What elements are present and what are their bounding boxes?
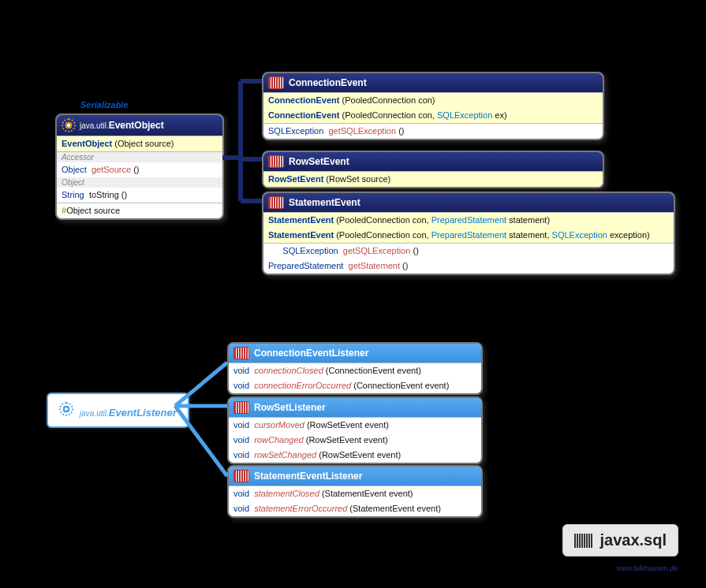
package-badge: javax.sql	[562, 524, 678, 556]
object-group: Object	[57, 177, 222, 188]
ctor1: RowSetEvent (RowSet source)	[263, 171, 603, 187]
class-name: ConnectionEvent	[289, 77, 367, 88]
barcode-icon	[233, 470, 249, 482]
method-tostring: String toString ()	[57, 188, 222, 203]
barcode-icon	[268, 155, 284, 168]
class-statementeventlistener: StatementEventListener void statementClo…	[227, 465, 483, 518]
ctor-row: EventObject (Object source)	[57, 136, 222, 151]
class-header-connectionevent: ConnectionEvent	[263, 73, 603, 92]
accessor-group: Accessor	[57, 151, 222, 162]
field-source: #Object source	[57, 203, 222, 218]
class-name: RowSetEvent	[289, 156, 349, 167]
class-name: RowSetListener	[254, 402, 326, 413]
barcode-icon	[233, 401, 249, 414]
class-header-statementevent: StatementEvent	[263, 193, 674, 212]
method-rowchanged: void rowChanged (RowSetEvent event)	[229, 433, 481, 448]
method-connectionerroroccurred: void connectionErrorOccurred (Connection…	[229, 378, 481, 393]
method-getsqlexception: SQLException getSQLException ()	[263, 123, 603, 139]
class-header-rsl: RowSetListener	[229, 398, 481, 417]
class-eventobject: java.util. EventObject EventObject (Obje…	[55, 114, 224, 220]
pkg-label: java.util.	[80, 409, 109, 418]
ctor2: StatementEvent (PooledConnection con, Pr…	[263, 228, 674, 243]
serializable-label: Serializable	[80, 100, 129, 110]
class-header-sel: StatementEventListener	[229, 467, 481, 486]
gear-icon	[62, 118, 76, 132]
class-header-cel: ConnectionEventListener	[229, 344, 481, 363]
barcode-icon	[268, 196, 284, 209]
ctor1: ConnectionEvent (PooledConnection con)	[263, 92, 603, 108]
package-name: javax.sql	[600, 531, 667, 549]
class-name: StatementEventListener	[254, 471, 362, 482]
method-rowsetchanged: void rowSetChanged (RowSetEvent event)	[229, 448, 481, 463]
class-name: StatementEvent	[289, 197, 360, 208]
ctor2: ConnectionEvent (PooledConnection con, S…	[263, 108, 603, 123]
barcode-icon	[268, 76, 284, 89]
class-name: ConnectionEventListener	[254, 348, 368, 359]
method-getsource: Object getSource ()	[57, 162, 222, 177]
class-header-eventobject: java.util. EventObject	[57, 115, 222, 136]
method-cursormoved: void cursorMoved (RowSetEvent event)	[229, 417, 481, 433]
barcode-icon	[233, 347, 249, 359]
interface-name: EventListener	[109, 407, 177, 419]
pkg-label: java.util.	[80, 121, 109, 130]
class-rowsetevent: RowSetEvent RowSetEvent (RowSet source)	[262, 151, 604, 188]
interface-eventlistener: java.util.EventListener	[47, 393, 189, 428]
credit-label: www.falkhausen.de	[616, 564, 678, 572]
barcode-icon	[574, 534, 593, 548]
class-connectionevent: ConnectionEvent ConnectionEvent (PooledC…	[262, 72, 604, 140]
class-header-rowsetevent: RowSetEvent	[263, 152, 603, 171]
method-connectionclosed: void connectionClosed (ConnectionEvent e…	[229, 363, 481, 378]
method-getsqlexception: SQLException getSQLException ()	[263, 243, 674, 259]
class-name: EventObject	[109, 120, 164, 131]
class-connectioneventlistener: ConnectionEventListener void connectionC…	[227, 342, 483, 395]
class-rowsetlistener: RowSetListener void cursorMoved (RowSetE…	[227, 396, 483, 464]
method-getstatement: PreparedStatement getStatement ()	[263, 259, 674, 274]
method-statementerroroccurred: void statementErrorOccurred (StatementEv…	[229, 501, 481, 516]
method-statementclosed: void statementClosed (StatementEvent eve…	[229, 486, 481, 501]
ctor1: StatementEvent (PooledConnection con, Pr…	[263, 212, 674, 228]
gear-icon	[59, 402, 73, 416]
class-statementevent: StatementEvent StatementEvent (PooledCon…	[262, 192, 675, 275]
